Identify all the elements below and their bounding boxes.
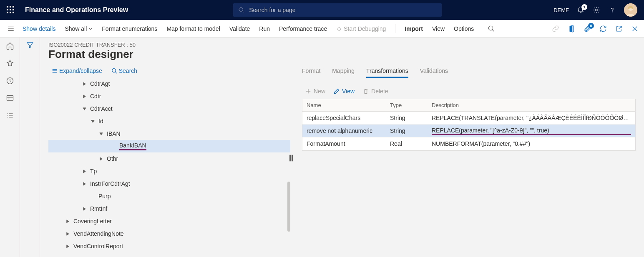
attachments-icon[interactable]: 0 xyxy=(583,25,591,33)
notifications-icon[interactable]: 1 xyxy=(576,6,585,14)
tree-node[interactable]: Purp xyxy=(48,190,290,202)
tree-node[interactable]: CoveringLetter xyxy=(48,215,290,227)
tree-caret-icon[interactable] xyxy=(98,131,103,136)
format-tree-pane: Expand/collapse Search CdtrAgtCdtrCdtrAc… xyxy=(48,65,290,252)
search-icon xyxy=(238,7,245,13)
svg-point-0 xyxy=(239,7,243,11)
tree-caret-icon[interactable] xyxy=(111,144,116,149)
table-row[interactable]: FormatAmountRealNUMBERFORMAT(parameter, … xyxy=(302,137,635,150)
tree-node-label: Cdtr xyxy=(90,93,101,100)
tab-mapping[interactable]: Mapping xyxy=(332,65,355,78)
tree-caret-icon[interactable] xyxy=(90,194,95,199)
popout-icon[interactable] xyxy=(615,25,623,33)
new-button[interactable]: New xyxy=(305,88,325,95)
global-search[interactable] xyxy=(233,3,442,17)
tree-caret-icon[interactable] xyxy=(82,181,87,186)
plus-icon xyxy=(305,88,311,94)
splitter-handle[interactable] xyxy=(289,155,293,162)
detail-tabs: Format Mapping Transformations Validatio… xyxy=(302,65,636,80)
tab-validations[interactable]: Validations xyxy=(420,65,448,78)
transformations-table: Name Type Description replaceSpecialChar… xyxy=(302,99,636,151)
top-header: Finance and Operations Preview DEMF 1 xyxy=(0,0,644,20)
tree-caret-icon[interactable] xyxy=(82,94,87,99)
tree-caret-icon[interactable] xyxy=(65,219,70,224)
office-icon[interactable] xyxy=(567,25,576,33)
tree-node[interactable]: VendControlReport xyxy=(48,240,290,252)
tree-node-label: CdtrAcct xyxy=(90,105,113,112)
show-details-button[interactable]: Show details xyxy=(23,25,55,32)
tree-node[interactable]: InstrForCdtrAgt xyxy=(48,177,290,190)
tree-node[interactable]: BankIBAN xyxy=(48,140,290,152)
view-button[interactable]: View xyxy=(432,25,445,32)
perf-trace-button[interactable]: Performance trace xyxy=(279,25,327,32)
tree-caret-icon[interactable] xyxy=(65,231,70,236)
tree-node[interactable]: CdtrAgt xyxy=(48,77,290,90)
start-debug-button[interactable]: Start Debugging xyxy=(336,25,386,32)
user-avatar[interactable] xyxy=(624,3,637,17)
tree-caret-icon[interactable] xyxy=(98,156,103,161)
star-icon[interactable] xyxy=(5,58,15,68)
tree-node[interactable]: Othr xyxy=(48,152,290,165)
col-description[interactable]: Description xyxy=(432,102,631,108)
separator xyxy=(395,24,395,33)
format-tree[interactable]: CdtrAgtCdtrCdtrAcctIdIBANBankIBANOthrTpI… xyxy=(48,77,290,252)
waffle-icon[interactable] xyxy=(7,6,15,14)
tree-caret-icon[interactable] xyxy=(82,169,87,174)
help-icon[interactable] xyxy=(608,6,616,14)
map-format-button[interactable]: Map format to model xyxy=(166,25,220,32)
cell-type: String xyxy=(390,127,432,134)
filter-rail xyxy=(20,37,40,257)
cmd-search-icon[interactable] xyxy=(487,25,496,33)
settings-icon[interactable] xyxy=(592,6,601,14)
tree-node[interactable]: Tp xyxy=(48,165,290,177)
link-icon[interactable] xyxy=(551,25,560,33)
validate-button[interactable]: Validate xyxy=(229,25,250,32)
table-row[interactable]: replaceSpecialCharsStringREPLACE(TRANSLA… xyxy=(302,112,635,125)
tree-node[interactable]: CdtrAcct xyxy=(48,102,290,115)
tree-search-button[interactable]: Search xyxy=(111,67,137,74)
modules-icon[interactable] xyxy=(5,111,15,121)
nav-toggle-icon[interactable] xyxy=(5,25,17,32)
format-enum-button[interactable]: Format enumerations xyxy=(102,25,157,32)
table-row[interactable]: remove not alphanumericStringREPLACE(par… xyxy=(302,125,635,137)
tab-format[interactable]: Format xyxy=(302,65,320,78)
recent-icon[interactable] xyxy=(5,76,15,86)
expand-collapse-button[interactable]: Expand/collapse xyxy=(52,67,102,74)
search-input[interactable] xyxy=(249,7,437,13)
tree-caret-icon[interactable] xyxy=(90,119,95,124)
run-button[interactable]: Run xyxy=(259,25,270,32)
filter-icon[interactable] xyxy=(26,41,34,49)
tree-node[interactable]: VendAttendingNote xyxy=(48,227,290,240)
delete-button[interactable]: Delete xyxy=(363,88,388,95)
refresh-icon[interactable] xyxy=(599,25,607,33)
app-title: Finance and Operations Preview xyxy=(25,6,128,14)
tree-node[interactable]: IBAN xyxy=(48,127,290,140)
options-button[interactable]: Options xyxy=(454,25,474,32)
show-all-button[interactable]: Show all xyxy=(65,25,93,32)
cell-name: FormatAmount xyxy=(307,140,390,147)
col-type[interactable]: Type xyxy=(390,102,432,108)
tab-transformations[interactable]: Transformations xyxy=(366,65,408,78)
tree-node[interactable]: Cdtr xyxy=(48,90,290,102)
svg-rect-33 xyxy=(292,155,293,161)
tree-caret-icon[interactable] xyxy=(65,244,70,249)
tree-node[interactable]: RmtInf xyxy=(48,202,290,215)
cell-name: replaceSpecialChars xyxy=(307,115,390,121)
tree-caret-icon[interactable] xyxy=(82,81,87,86)
col-name[interactable]: Name xyxy=(307,102,390,108)
command-bar: Show details Show all Format enumeration… xyxy=(0,20,644,37)
tree-node[interactable]: Id xyxy=(48,115,290,127)
scrollbar-thumb[interactable] xyxy=(287,182,290,232)
cell-type: String xyxy=(390,115,432,121)
view-trans-button[interactable]: View xyxy=(334,88,355,95)
trash-icon xyxy=(363,88,369,94)
workspace-icon[interactable] xyxy=(5,93,15,103)
expand-icon xyxy=(52,68,58,74)
home-icon[interactable] xyxy=(5,41,15,51)
tree-caret-icon[interactable] xyxy=(82,106,87,111)
close-icon[interactable] xyxy=(631,25,639,33)
tree-caret-icon[interactable] xyxy=(82,206,87,211)
import-button[interactable]: Import xyxy=(405,25,423,32)
details-pane: Format Mapping Transformations Validatio… xyxy=(290,65,636,252)
chevron-down-icon xyxy=(88,27,93,31)
